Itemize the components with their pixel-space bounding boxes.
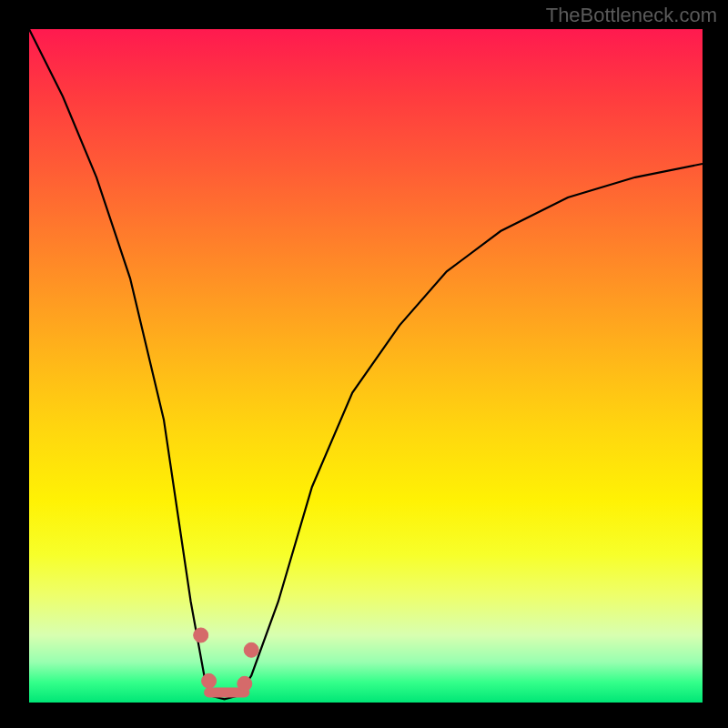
watermark: TheBottleneck.com xyxy=(546,4,717,27)
marker-group xyxy=(194,628,259,691)
bottleneck-curve xyxy=(29,29,703,699)
marker-left-upper xyxy=(194,628,208,642)
marker-right-upper xyxy=(244,642,258,657)
marker-left-lower xyxy=(202,673,217,688)
bottleneck-curve-layer xyxy=(29,29,703,703)
chart-container: TheBottleneck.com xyxy=(0,0,728,728)
marker-right-lower xyxy=(238,676,252,691)
